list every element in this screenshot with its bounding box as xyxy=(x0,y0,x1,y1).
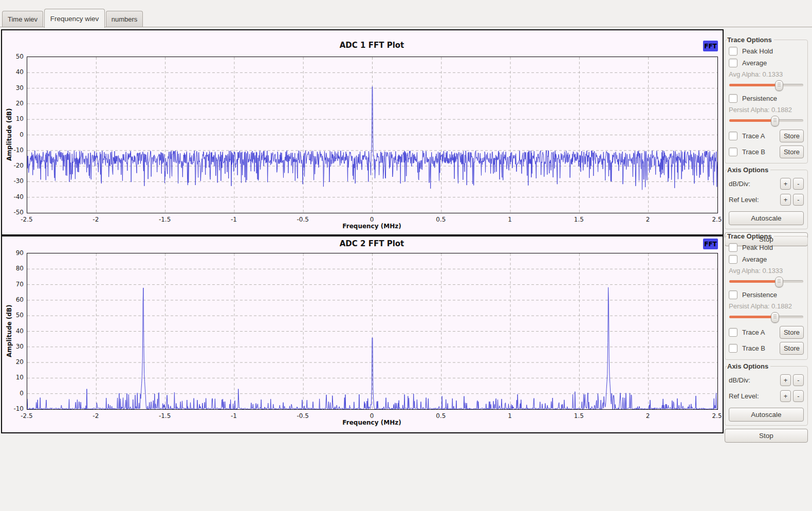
avg-alpha-slider-adc1[interactable] xyxy=(729,80,803,90)
y-tick-label: 0 xyxy=(3,390,24,397)
slider-track[interactable] xyxy=(729,280,803,283)
slider-handle[interactable] xyxy=(771,116,779,126)
autoscale-button-adc1[interactable]: Autoscale xyxy=(729,211,804,225)
persistence-label: Persistence xyxy=(742,95,777,102)
axis-options-group-adc1: Axis Options dB/Div: + - Ref Level: + - … xyxy=(725,166,808,229)
db-div-minus-button-adc2[interactable]: - xyxy=(793,374,804,386)
tab-frequency-view[interactable]: Frequency wiev xyxy=(44,9,105,28)
persist-alpha-slider-adc2[interactable] xyxy=(729,312,803,322)
ref-level-plus-button-adc2[interactable]: + xyxy=(780,390,791,402)
tab-bar: Time wiev Frequency wiev numbers xyxy=(0,0,812,27)
x-tick-label: -2.5 xyxy=(15,216,39,223)
persistence-label: Persistence xyxy=(742,291,777,299)
trace-a-checkbox-adc2[interactable] xyxy=(729,328,737,337)
trace-a-label: Trace A xyxy=(742,328,765,336)
peak-hold-checkbox-adc1[interactable] xyxy=(729,47,737,56)
y-tick-label: 30 xyxy=(3,84,24,92)
store-trace-a-button-adc1[interactable]: Store xyxy=(780,130,804,142)
average-checkbox-adc1[interactable] xyxy=(729,59,737,67)
trace-options-group-adc1: Trace Options Peak Hold Average Avg Alph… xyxy=(725,36,808,163)
db-div-minus-button-adc1[interactable]: - xyxy=(793,178,804,190)
ref-level-minus-button-adc1[interactable]: - xyxy=(793,194,804,206)
avg-alpha-slider-adc2[interactable] xyxy=(729,276,803,287)
slider-handle[interactable] xyxy=(771,312,779,323)
slider-track[interactable] xyxy=(729,316,803,318)
average-checkbox-adc2[interactable] xyxy=(729,255,737,264)
trace-b-checkbox-adc1[interactable] xyxy=(729,148,737,156)
store-trace-a-button-adc2[interactable]: Store xyxy=(780,326,804,339)
tab-numbers[interactable]: numbers xyxy=(106,11,143,27)
tab-time-view[interactable]: Time wiev xyxy=(2,11,43,27)
trace-b-label: Trace B xyxy=(742,148,765,156)
x-tick-label: 0 xyxy=(360,216,384,223)
trace-a-row-adc2[interactable]: Trace A xyxy=(729,328,778,337)
axis-options-title: Axis Options xyxy=(727,166,770,174)
db-div-label: dB/Div: xyxy=(729,376,778,384)
persistence-row-adc1[interactable]: Persistence xyxy=(729,94,804,103)
slider-track[interactable] xyxy=(729,84,803,86)
control-panel-adc1: Trace Options Peak Hold Average Avg Alph… xyxy=(725,36,808,246)
x-tick-label: 1 xyxy=(498,216,522,223)
peak-hold-row-adc1[interactable]: Peak Hold xyxy=(729,47,804,56)
slider-track[interactable] xyxy=(729,119,803,122)
db-div-plus-button-adc1[interactable]: + xyxy=(780,178,791,190)
y-tick-label: 10 xyxy=(3,115,24,122)
trace-b-row-adc2[interactable]: Trace B xyxy=(729,344,778,353)
persistence-checkbox-adc2[interactable] xyxy=(729,290,737,299)
y-tick-label: -10 xyxy=(3,147,24,154)
x-axis-label-adc1: Frequency (MHz) xyxy=(27,223,717,230)
y-tick-label: 70 xyxy=(3,281,24,288)
control-panel-adc2: Trace Options Peak Hold Average Avg Alph… xyxy=(725,232,808,443)
trace-a-label: Trace A xyxy=(742,132,765,140)
trace-a-checkbox-adc1[interactable] xyxy=(729,132,737,140)
trace-b-row-adc1[interactable]: Trace B xyxy=(729,148,778,156)
persist-alpha-slider-adc1[interactable] xyxy=(729,115,803,126)
persistence-checkbox-adc1[interactable] xyxy=(729,94,737,103)
y-tick-label: 20 xyxy=(3,100,24,107)
plot-canvas-adc2[interactable] xyxy=(27,253,718,410)
y-tick-label: 10 xyxy=(3,374,24,381)
trace-b-checkbox-adc2[interactable] xyxy=(729,344,737,353)
slider-handle[interactable] xyxy=(775,80,783,91)
y-tick-label: 0 xyxy=(3,131,24,138)
peak-hold-checkbox-adc2[interactable] xyxy=(729,243,737,252)
store-trace-b-button-adc1[interactable]: Store xyxy=(780,145,804,158)
x-axis-label-adc2: Frequency (MHz) xyxy=(27,419,717,426)
x-tick-label: -2.5 xyxy=(15,412,39,419)
trace-a-row-adc1[interactable]: Trace A xyxy=(729,132,778,140)
x-tick-label: -1 xyxy=(222,412,246,419)
x-tick-label: 1.5 xyxy=(567,216,590,223)
peak-hold-row-adc2[interactable]: Peak Hold xyxy=(729,243,804,252)
y-tick-label: -40 xyxy=(3,193,24,200)
y-tick-label: 90 xyxy=(3,249,24,257)
persistence-row-adc2[interactable]: Persistence xyxy=(729,290,804,299)
x-tick-label: 0.5 xyxy=(429,412,453,419)
y-tick-label: 30 xyxy=(3,343,24,350)
ref-level-minus-button-adc2[interactable]: - xyxy=(793,390,804,402)
x-tick-label: 0 xyxy=(360,412,384,419)
axis-options-group-adc2: Axis Options dB/Div: + - Ref Level: + - … xyxy=(725,362,808,426)
x-tick-label: -1 xyxy=(222,216,246,223)
x-tick-label: 1.5 xyxy=(567,412,590,419)
stop-button-adc2[interactable]: Stop xyxy=(725,429,808,443)
plot-canvas-adc1[interactable] xyxy=(27,57,718,213)
ref-level-plus-button-adc1[interactable]: + xyxy=(780,194,791,206)
y-tick-label: -20 xyxy=(3,162,24,169)
x-tick-label: -0.5 xyxy=(291,216,315,223)
y-tick-label: 80 xyxy=(3,265,24,272)
autoscale-button-adc2[interactable]: Autoscale xyxy=(729,408,804,422)
db-div-plus-button-adc2[interactable]: + xyxy=(780,374,791,386)
store-trace-b-button-adc2[interactable]: Store xyxy=(780,342,804,355)
trace-b-label: Trace B xyxy=(742,344,765,352)
y-tick-label: 40 xyxy=(3,327,24,335)
y-tick-label: 60 xyxy=(3,296,24,303)
average-row-adc1[interactable]: Average xyxy=(729,59,804,67)
x-tick-label: 2 xyxy=(636,216,660,223)
persist-alpha-label-adc2: Persist Alpha: 0.1882 xyxy=(729,302,804,310)
y-tick-label: -10 xyxy=(3,405,24,412)
average-row-adc2[interactable]: Average xyxy=(729,255,804,264)
x-tick-label: -1.5 xyxy=(153,412,177,419)
slider-handle[interactable] xyxy=(775,277,783,287)
fft-badge-adc2: FFT xyxy=(703,239,718,249)
x-tick-label: -2 xyxy=(84,216,107,223)
